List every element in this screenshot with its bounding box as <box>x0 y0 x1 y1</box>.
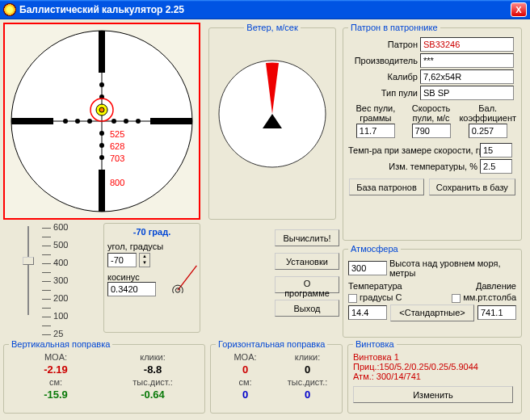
vert-td: -0.64 <box>106 388 200 401</box>
temperature-input[interactable] <box>348 305 387 320</box>
svg-line-26 <box>178 266 196 291</box>
bullet-type-input[interactable] <box>420 86 514 100</box>
cartridge-db-button[interactable]: База патронов <box>349 178 424 195</box>
rifle-name: Винтовка 1 <box>353 352 516 362</box>
angle-diagram <box>170 264 200 293</box>
svg-text:800: 800 <box>110 178 124 187</box>
rifle-panel: Винтовка Винтовка 1 Приц.:150/5.2/0.25/0… <box>347 339 522 414</box>
bc-input[interactable] <box>469 124 507 138</box>
altitude-input[interactable] <box>348 261 387 275</box>
angle-deg-input[interactable] <box>107 253 137 267</box>
svg-rect-6 <box>150 118 192 124</box>
window-title: Баллистический калькулятор 2.25 <box>19 4 184 15</box>
angle-panel: -70 град. угол, градусы ▲▼ косинус <box>103 223 200 333</box>
svg-point-17 <box>99 143 104 148</box>
save-to-db-button[interactable]: Сохранить в базу <box>429 178 515 195</box>
pressure-unit-checkbox[interactable] <box>452 294 461 303</box>
vert-moa: -2.19 <box>9 363 103 376</box>
exit-button[interactable]: Выход <box>275 300 339 317</box>
wind-gauge <box>216 37 329 199</box>
svg-rect-5 <box>11 118 53 124</box>
svg-point-24 <box>99 107 104 112</box>
speed-input[interactable] <box>412 124 451 138</box>
svg-point-8 <box>75 119 80 124</box>
svg-point-12 <box>136 119 141 124</box>
rifle-atm-info: Атм.: 300/14/741 <box>353 372 516 381</box>
wind-legend: Ветер, м/сек <box>244 23 300 32</box>
app-icon <box>3 3 16 16</box>
svg-point-27 <box>173 285 183 293</box>
horz-moa: 0 <box>216 363 275 376</box>
scope-mark: 525 <box>110 129 124 139</box>
reticle-scope: 525 628 703 800 <box>3 23 200 220</box>
horizontal-correction-panel: Горизонтальная поправка MOA:клики: 00 см… <box>210 339 343 414</box>
edit-rifle-button[interactable]: Изменить <box>353 386 513 403</box>
standard-atmo-button[interactable]: <Стандартные> <box>390 304 474 321</box>
horz-cm: 0 <box>216 388 275 401</box>
svg-point-9 <box>87 119 92 124</box>
svg-rect-4 <box>99 170 105 212</box>
svg-point-28 <box>175 288 179 292</box>
slider-thumb[interactable] <box>23 257 34 265</box>
mfr-input[interactable] <box>420 53 514 68</box>
weight-input[interactable] <box>356 124 395 138</box>
svg-point-13 <box>99 82 104 87</box>
temp-measure-input[interactable] <box>480 143 512 158</box>
close-button[interactable]: X <box>511 2 527 17</box>
temp-delta-input[interactable] <box>480 159 512 174</box>
svg-point-18 <box>99 155 104 160</box>
svg-point-16 <box>99 131 104 136</box>
svg-point-10 <box>111 119 116 124</box>
cartridge-panel: Патрон в патроннике Патрон Производитель… <box>343 23 522 241</box>
vert-cm: -15.9 <box>9 388 103 401</box>
vertical-correction-panel: Вертикальная поправка MOA:клики: -2.19-8… <box>3 339 205 414</box>
horz-clicks: 0 <box>278 363 337 376</box>
angle-spinner[interactable]: ▲▼ <box>139 253 150 267</box>
svg-text:703: 703 <box>110 153 124 163</box>
svg-point-11 <box>124 119 128 124</box>
cosine-input[interactable] <box>107 282 156 296</box>
temp-unit-checkbox[interactable] <box>348 294 357 303</box>
svg-text:628: 628 <box>110 141 124 151</box>
atmosphere-panel: Атмосфера Высота над уровнем моря, метры… <box>343 244 522 338</box>
wind-panel: Ветер, м/сек <box>208 23 336 220</box>
horz-td: 0 <box>278 388 337 401</box>
vert-clicks: -8.8 <box>106 363 200 376</box>
pressure-input[interactable] <box>477 305 516 320</box>
svg-point-7 <box>63 119 68 124</box>
range-slider[interactable]: — 600—— 500—— 400—— 300—— 200—— 100—— 25 <box>3 223 100 333</box>
cal-input[interactable] <box>420 69 514 84</box>
about-button[interactable]: О программе <box>275 276 339 293</box>
rifle-scope-info: Приц.:150/5.2/0.25/0.25/5.9044 <box>353 362 516 372</box>
cartridge-input[interactable] <box>420 37 514 52</box>
settings-button[interactable]: Установки <box>275 253 339 270</box>
calculate-button[interactable]: Вычислить! <box>275 229 339 246</box>
svg-rect-3 <box>99 31 105 73</box>
